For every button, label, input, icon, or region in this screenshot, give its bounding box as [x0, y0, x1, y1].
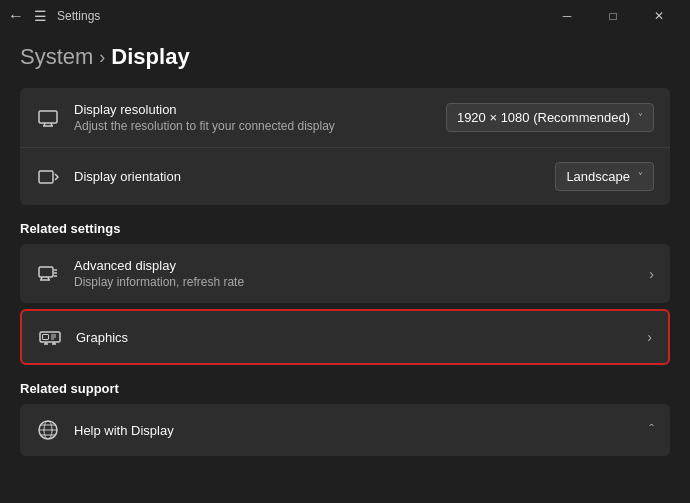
back-icon[interactable]: ← — [8, 7, 24, 25]
svg-rect-13 — [43, 335, 49, 340]
graphics-card: Graphics › — [20, 309, 670, 365]
display-orientation-title: Display orientation — [74, 169, 541, 184]
display-orientation-control: Landscape ˅ — [555, 162, 654, 191]
advanced-display-icon — [36, 262, 60, 286]
graphics-row[interactable]: Graphics › — [22, 311, 668, 363]
help-display-row[interactable]: Help with Display ˆ — [20, 404, 670, 456]
breadcrumb: System › Display — [20, 44, 670, 70]
display-orientation-value: Landscape — [566, 169, 630, 184]
hamburger-icon[interactable]: ☰ — [34, 8, 47, 24]
minimize-button[interactable]: ─ — [544, 0, 590, 32]
display-orientation-text: Display orientation — [74, 169, 541, 184]
titlebar-controls: ─ □ ✕ — [544, 0, 682, 32]
advanced-display-subtitle: Display information, refresh rate — [74, 275, 635, 289]
graphics-text: Graphics — [76, 330, 633, 345]
advanced-display-title: Advanced display — [74, 258, 635, 273]
help-display-icon — [36, 418, 60, 442]
breadcrumb-separator: › — [99, 47, 105, 68]
advanced-display-chevron: › — [649, 266, 654, 282]
display-resolution-subtitle: Adjust the resolution to fit your connec… — [74, 119, 432, 133]
display-resolution-icon — [36, 106, 60, 130]
breadcrumb-system[interactable]: System — [20, 44, 93, 70]
chevron-down-icon: ˅ — [638, 112, 643, 123]
related-settings-header: Related settings — [20, 221, 670, 236]
close-button[interactable]: ✕ — [636, 0, 682, 32]
display-resolution-dropdown[interactable]: 1920 × 1080 (Recommended) ˅ — [446, 103, 654, 132]
svg-rect-5 — [39, 267, 53, 277]
graphics-chevron: › — [647, 329, 652, 345]
chevron-down-icon-orientation: ˅ — [638, 171, 643, 182]
chevron-up-icon: ˆ — [649, 422, 654, 438]
titlebar-left: ← ☰ Settings — [8, 7, 100, 25]
help-display-card: Help with Display ˆ — [20, 404, 670, 456]
display-settings-card: Display resolution Adjust the resolution… — [20, 88, 670, 205]
graphics-icon — [38, 325, 62, 349]
display-resolution-value: 1920 × 1080 (Recommended) — [457, 110, 630, 125]
display-resolution-control: 1920 × 1080 (Recommended) ˅ — [446, 103, 654, 132]
maximize-button[interactable]: □ — [590, 0, 636, 32]
graphics-title: Graphics — [76, 330, 633, 345]
display-resolution-row: Display resolution Adjust the resolution… — [20, 88, 670, 147]
titlebar: ← ☰ Settings ─ □ ✕ — [0, 0, 690, 32]
breadcrumb-current: Display — [111, 44, 189, 70]
svg-rect-4 — [39, 171, 53, 183]
related-support-header: Related support — [20, 381, 670, 396]
advanced-display-card: Advanced display Display information, re… — [20, 244, 670, 303]
help-display-title: Help with Display — [74, 423, 635, 438]
help-display-text: Help with Display — [74, 423, 635, 438]
main-content: System › Display Display resolution Adju… — [0, 32, 690, 456]
display-orientation-dropdown[interactable]: Landscape ˅ — [555, 162, 654, 191]
advanced-display-row[interactable]: Advanced display Display information, re… — [20, 244, 670, 303]
display-orientation-row: Display orientation Landscape ˅ — [20, 147, 670, 205]
display-resolution-title: Display resolution — [74, 102, 432, 117]
titlebar-title: Settings — [57, 9, 100, 23]
display-resolution-text: Display resolution Adjust the resolution… — [74, 102, 432, 133]
advanced-display-text: Advanced display Display information, re… — [74, 258, 635, 289]
svg-rect-0 — [39, 111, 57, 123]
display-orientation-icon — [36, 165, 60, 189]
